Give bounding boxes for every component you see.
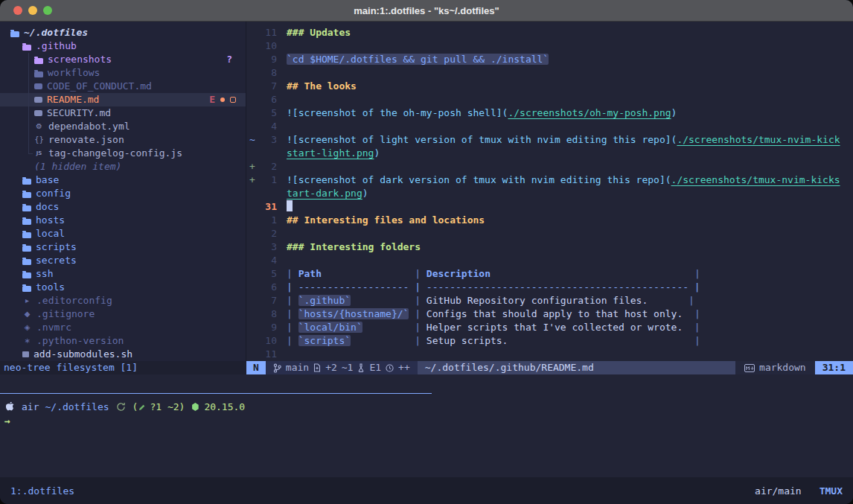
line-text: ### Updates	[287, 26, 351, 39]
tree-item-label: config	[36, 187, 71, 200]
editor-line[interactable]: 9| `local/bin` | Helper scripts that I'v…	[246, 321, 853, 334]
tree-item[interactable]: ∗.python-version	[0, 334, 246, 348]
editor-line[interactable]: 8	[246, 66, 853, 80]
editor-line[interactable]: 10	[246, 39, 853, 53]
tree-item[interactable]: CODE_OF_CONDUCT.md	[0, 80, 246, 93]
line-number: 2	[261, 160, 277, 173]
line-number: 2	[261, 227, 277, 240]
maximize-button[interactable]	[43, 6, 52, 15]
tree-item[interactable]: ⚙dependabot.yml	[0, 120, 246, 133]
tree-item[interactable]: ▸.editorconfig	[0, 294, 246, 307]
editor-line[interactable]: +2	[246, 160, 853, 173]
tree-item[interactable]: (1 hidden item)	[0, 160, 246, 173]
file-tree: ~/.dotfiles.githubscreenshots?workflowsC…	[0, 22, 246, 361]
editor-line[interactable]: 3### Interesting folders	[246, 240, 853, 254]
editorconfig-icon: ▸	[22, 294, 32, 307]
editor-line[interactable]: 1## Interesting files and locations	[246, 214, 853, 227]
tree-item[interactable]: tools	[0, 281, 246, 294]
git-branch-icon	[273, 363, 281, 373]
tmux-window-tab[interactable]: 1:.dotfiles	[10, 485, 74, 497]
tree-item[interactable]: .github	[0, 39, 246, 53]
tree-item[interactable]: local	[0, 227, 246, 240]
editor-line[interactable]: 6| ------------------- | ---------------…	[246, 281, 853, 294]
line-number: 6	[261, 281, 277, 294]
tree-item[interactable]: ◆.gitignore	[0, 307, 246, 321]
editor-line[interactable]: ~3![screenshot of light version of tmux …	[246, 133, 853, 147]
tree-item[interactable]: base	[0, 173, 246, 187]
text-segment: |	[683, 308, 700, 319]
python-version-icon: ∗	[22, 334, 32, 348]
editor-lines: 11### Updates109`cd $HOME/.dotfiles && g…	[246, 26, 853, 361]
tree-item-label: add-submodules.sh	[33, 348, 132, 361]
text-segment: `cd $HOME/.dotfiles && git pull && ./ins…	[287, 54, 549, 65]
text-segment: ![screenshot of the oh-my-posh shell](	[287, 107, 508, 118]
editor-line[interactable]: 31	[246, 200, 853, 214]
tree-item[interactable]: ~/.dotfiles	[0, 26, 246, 39]
line-number: 31	[261, 200, 277, 214]
tree-item[interactable]: docs	[0, 200, 246, 214]
editor-line[interactable]: 5![screenshot of the oh-my-posh shell](.…	[246, 106, 853, 120]
line-text: | `scripts` | Setup scripts. |	[287, 334, 700, 348]
text-segment: ### Interesting folders	[287, 241, 421, 252]
editor-line[interactable]: 4	[246, 254, 853, 267]
line-number: 8	[261, 66, 277, 80]
editor-line[interactable]: 7## The looks	[246, 80, 853, 93]
editor-line[interactable]: 10| `scripts` | Setup scripts. |	[246, 334, 853, 348]
editor-line[interactable]: 11### Updates	[246, 26, 853, 39]
text-segment: |	[287, 268, 298, 279]
tree-item[interactable]: ssh	[0, 267, 246, 281]
shell-pane[interactable]: air ~/.dotfiles (?1 ~2) 20.15.0 →	[0, 394, 853, 478]
tree-item-label: workflows	[48, 66, 100, 80]
file-status-marks: E	[209, 93, 236, 106]
editor-line[interactable]: 6	[246, 93, 853, 106]
git-untracked-badge: ?	[226, 53, 232, 66]
node-version-file-icon: ◈	[22, 321, 32, 334]
apple-icon	[6, 402, 15, 412]
editor-line[interactable]: tart-dark.png)	[246, 187, 853, 200]
editor-line[interactable]: +1![screenshot of dark version of tmux w…	[246, 173, 853, 187]
close-button[interactable]	[13, 6, 22, 15]
folder-icon	[34, 58, 43, 64]
editor-buffer[interactable]: 11### Updates109`cd $HOME/.dotfiles && g…	[246, 22, 853, 361]
tree-item-label: tools	[36, 281, 65, 294]
gutter-sign	[246, 227, 261, 240]
gutter-sign	[246, 80, 261, 93]
clock-icon	[386, 364, 394, 372]
editor-line[interactable]: 11	[246, 348, 853, 361]
tree-item[interactable]: screenshots?	[0, 53, 246, 66]
gutter-sign	[246, 187, 261, 200]
markdown-link: ./screenshots/tmux-nvim-kick	[677, 134, 840, 145]
editor-line[interactable]: 4	[246, 120, 853, 133]
tree-item[interactable]: config	[0, 187, 246, 200]
text-segment: |	[322, 268, 426, 279]
tree-item[interactable]: JStag-changelog-config.js	[0, 147, 246, 160]
filetype-label: markdown	[759, 361, 806, 374]
prompt-hostname: air	[22, 400, 39, 414]
tree-item[interactable]: scripts	[0, 240, 246, 254]
tree-item[interactable]: ◈.nvmrc	[0, 321, 246, 334]
editor-line[interactable]: 2	[246, 227, 853, 240]
line-text: ## The looks	[287, 80, 357, 93]
tree-item-label: .python-version	[36, 334, 124, 348]
tree-item[interactable]: README.mdE	[0, 93, 246, 106]
tree-item[interactable]: hosts	[0, 214, 246, 227]
nvim-statusline: N main +2 ~1 E1 ++	[246, 361, 853, 374]
tree-item-label: CODE_OF_CONDUCT.md	[47, 80, 152, 93]
tree-item[interactable]: SECURITY.md	[0, 106, 246, 120]
line-text: ![screenshot of the oh-my-posh shell](./…	[287, 106, 677, 120]
tree-item[interactable]: {}renovate.json	[0, 133, 246, 147]
editor-line[interactable]: start-light.png)	[246, 147, 853, 160]
gear-icon: ⚙	[34, 120, 44, 133]
tree-item[interactable]: workflows	[0, 66, 246, 80]
tree-item[interactable]: secrets	[0, 254, 246, 267]
flask-icon	[357, 363, 365, 372]
text-segment: ### Updates	[287, 27, 351, 38]
editor-line[interactable]: 9`cd $HOME/.dotfiles && git pull && ./in…	[246, 53, 853, 66]
editor-line[interactable]: 5| Path | Description |	[246, 267, 853, 281]
minimize-button[interactable]	[28, 6, 37, 15]
editor-line[interactable]: 8| `hosts/{hostname}/` | Configs that sh…	[246, 307, 853, 321]
braces-icon: {}	[34, 133, 44, 147]
prompt-arrow: →	[4, 414, 853, 428]
tree-item[interactable]: add-submodules.sh	[0, 348, 246, 361]
editor-line[interactable]: 7| `.github` | GitHub Repository configu…	[246, 294, 853, 307]
